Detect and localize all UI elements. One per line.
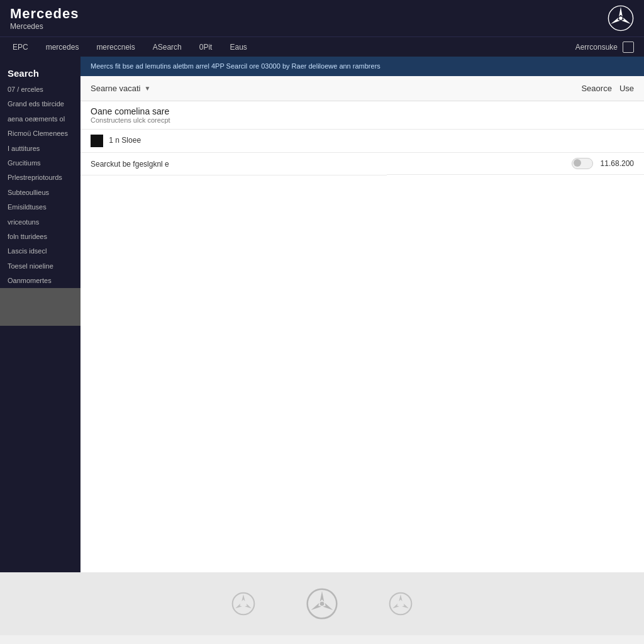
info-banner: Meercs fit bse ad lemutins aletbm arrel … — [80, 57, 644, 76]
content-area: Meercs fit bse ad lemutins aletbm arrel … — [80, 57, 644, 572]
svg-marker-12 — [310, 603, 321, 612]
search-variant-label: Searne vacati — [91, 84, 141, 93]
svg-marker-17 — [392, 604, 399, 610]
sidebar-item-7[interactable]: Emisildtuses — [0, 200, 80, 214]
empty-content — [80, 175, 644, 572]
dropdown-arrow-icon[interactable]: ▼ — [145, 85, 151, 92]
svg-point-13 — [320, 602, 325, 606]
svg-point-4 — [619, 16, 623, 20]
sidebar-item-11[interactable]: Toesel nioeline — [0, 259, 80, 274]
search-use-button[interactable]: Use — [619, 84, 634, 93]
nav-bar-right: Aerrconsuke — [575, 42, 634, 53]
app-title: Mercedes — [10, 6, 79, 22]
nav-item-eaus[interactable]: Eaus — [227, 37, 249, 57]
nav-item-opit[interactable]: 0Pit — [197, 37, 215, 57]
svg-marker-10 — [320, 591, 325, 602]
svg-marker-6 — [242, 594, 245, 601]
sidebar-bottom-panel — [0, 288, 80, 326]
row-heading-title: Oane comelina sare — [91, 106, 634, 116]
table-row-color: 1 n Sloee — [80, 130, 644, 153]
result-label: Searckut be fgeslgknl e — [91, 160, 169, 169]
svg-marker-7 — [245, 604, 252, 610]
sidebar-item-0[interactable]: Grand eds tbircide — [0, 97, 80, 111]
sidebar-title: Search — [0, 62, 80, 82]
svg-marker-3 — [610, 18, 620, 26]
nav-item-asearch[interactable]: ASearch — [150, 37, 184, 57]
color-label: 1 n Sloee — [109, 136, 141, 145]
sidebar-item-12[interactable]: Oanmomertes — [0, 274, 80, 288]
sidebar-item-2[interactable]: Ricmoü Clemenees — [0, 126, 80, 141]
nav-bar: EPC mercedes mereccneis ASearch 0Pit Eau… — [0, 36, 644, 57]
table-row-result: Searckut be fgeslgknl e 11.68.200 — [80, 153, 644, 175]
search-variant-selector[interactable]: Searne vacati ▼ — [91, 84, 150, 93]
footer-right-logo-icon — [388, 591, 413, 616]
color-swatch — [91, 135, 103, 147]
result-value: 11.68.200 — [601, 159, 634, 168]
svg-marker-8 — [235, 604, 242, 610]
sidebar-item-8[interactable]: vriceotuns — [0, 215, 80, 230]
cart-icon[interactable] — [623, 42, 634, 53]
app-subtitle: Mercedes — [10, 22, 79, 31]
search-source-button[interactable]: Seaorce — [581, 84, 611, 93]
mercedes-star-icon — [608, 5, 634, 31]
nav-bar-left: EPC mercedes mereccneis ASearch 0Pit Eau… — [10, 37, 250, 57]
results-table: Oane comelina sare Constructens ulck cor… — [80, 101, 644, 175]
footer-center-star-icon — [306, 588, 338, 619]
sidebar-item-1[interactable]: aena oeæments ol — [0, 112, 80, 126]
nav-item-epc[interactable]: EPC — [10, 37, 31, 57]
footer — [0, 572, 644, 635]
sidebar-item-9[interactable]: foln tturidees — [0, 230, 80, 244]
svg-marker-16 — [402, 604, 409, 610]
sidebar-item-5[interactable]: Prlestrepriotourds — [0, 170, 80, 185]
row-heading-subtitle: Constructens ulck corecpt — [91, 116, 634, 124]
sidebar: Search 07 / erceles Grand eds tbircide a… — [0, 57, 80, 572]
svg-marker-15 — [399, 594, 402, 601]
result-toggle[interactable] — [572, 158, 593, 169]
sidebar-item-section[interactable]: 07 / erceles — [0, 82, 80, 97]
top-header: Mercedes Mercedes — [0, 0, 644, 36]
svg-marker-2 — [621, 18, 631, 26]
svg-marker-11 — [323, 603, 334, 612]
sidebar-item-10[interactable]: Lascis idsecl — [0, 244, 80, 258]
search-actions: Seaorce Use — [581, 84, 634, 93]
search-form-area: Searne vacati ▼ Seaorce Use — [80, 76, 644, 101]
header-right — [608, 5, 634, 31]
footer-left-logo-icon — [231, 591, 256, 616]
header-left: Mercedes Mercedes — [10, 6, 79, 31]
nav-item-mercedes[interactable]: mercedes — [43, 37, 82, 57]
main-layout: Search 07 / erceles Grand eds tbircide a… — [0, 57, 644, 572]
svg-marker-1 — [619, 7, 623, 16]
table-row-heading: Oane comelina sare Constructens ulck cor… — [80, 101, 644, 130]
sidebar-item-4[interactable]: Grucitiums — [0, 156, 80, 170]
sidebar-item-3[interactable]: I auttitures — [0, 142, 80, 156]
sidebar-item-6[interactable]: Subteoullieus — [0, 186, 80, 200]
nav-item-mereccneis[interactable]: mereccneis — [94, 37, 137, 57]
account-label: Aerrconsuke — [575, 43, 618, 52]
